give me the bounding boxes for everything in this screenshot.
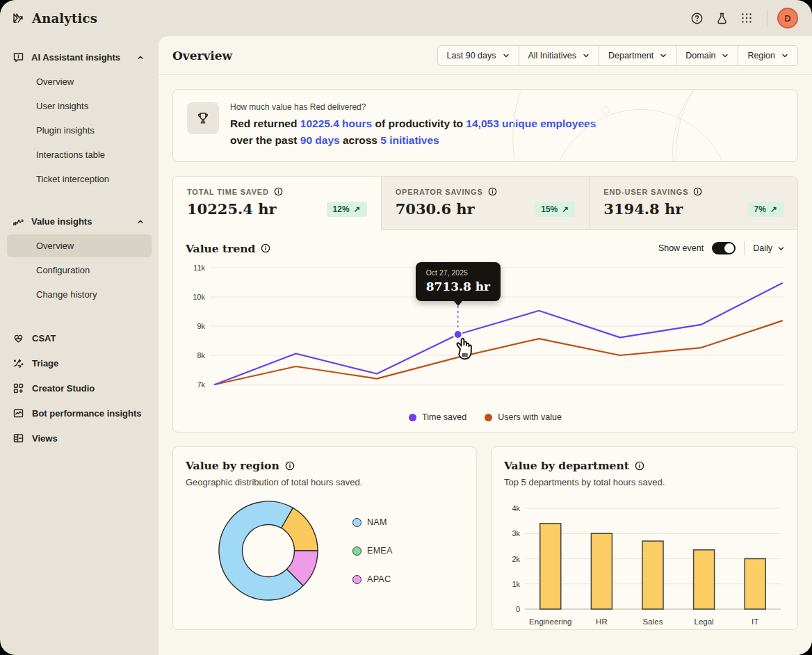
tooltip-date: Oct 27, 2025 [426,268,490,277]
sidebar-item-bot-performance-insights[interactable]: Bot performance insights [7,401,152,426]
sidebar-item-plugin-insights[interactable]: Plugin insights [7,119,152,142]
app-title: Analytics [32,11,97,26]
banner-link[interactable]: 5 initiatives [380,134,439,146]
filter-last-90-days[interactable]: Last 90 days [437,45,519,66]
grid-plus-icon [13,382,24,394]
app-window: Analytics D AI Assistant insightsOvervie… [0,0,812,655]
arrow-up-right-icon: ↗ [354,204,361,214]
info-icon[interactable] [285,461,295,471]
main-header: Overview Last 90 daysAll InitiativesDepa… [159,36,812,75]
sidebar-item-ticket-interception[interactable]: Ticket interception [7,168,152,191]
svg-text:1k: 1k [512,580,520,588]
heart-pulse-icon [13,332,24,344]
value-trend-section: Value trend Show event Daily [173,230,797,432]
banner-text-segment: across [340,134,381,146]
show-event-label: Show event [658,243,704,253]
interval-dropdown[interactable]: Daily [753,243,785,253]
info-icon[interactable] [261,243,270,253]
filter-domain[interactable]: Domain [676,45,738,66]
banner-link[interactable]: 14,053 unique employees [466,118,596,129]
banner-text: How much value has Red delivered? Red re… [230,102,619,149]
chevron-down-icon [583,52,590,59]
trend-badge: 12%↗ [327,202,367,217]
info-icon[interactable] [635,461,644,471]
main-panel: Overview Last 90 daysAll InitiativesDepa… [159,36,812,655]
sidebar-item-change-history[interactable]: Change history [7,283,152,306]
sidebar-item-creator-studio[interactable]: Creator Studio [7,376,152,401]
banner-link[interactable]: 90 days [300,134,340,146]
svg-text:0: 0 [516,605,520,613]
region-card-title: Value by region [186,459,279,472]
svg-text:7k: 7k [197,380,205,389]
banner-text-segment: of productivity to [372,118,466,129]
sidebar: AI Assistant insightsOverviewUser insigh… [0,36,159,655]
stat-tabs: TOTAL TIME SAVED10225.4 hr12%↗OPERATOR S… [173,177,797,230]
value-by-region-card: Value by region Geographic distribution … [172,446,477,630]
region-legend-item-nam: NAM [352,517,393,527]
avatar[interactable]: D [777,8,798,29]
help-icon[interactable] [686,8,707,29]
svg-text:4k: 4k [512,504,520,512]
legend-dot [409,414,416,421]
chart-tooltip: Oct 27, 2025 8713.8 hr [416,262,501,301]
value-by-department-card: Value by department Top 5 departments by… [491,446,798,630]
sidebar-item-csat[interactable]: CSAT [7,326,152,350]
stat-tab-total-time-saved[interactable]: TOTAL TIME SAVED10225.4 hr12%↗ [173,177,381,230]
chevron-down-icon [722,52,729,59]
legend-item-users-with-value[interactable]: Users with value [485,412,562,422]
filter-all-initiatives[interactable]: All Initiatives [519,45,599,66]
info-icon[interactable] [488,187,497,196]
sidebar-item-interactions-table[interactable]: Interactions table [7,143,152,166]
sidebar-item-overview[interactable]: Overview [7,70,152,93]
svg-text:11k: 11k [193,264,205,272]
svg-text:Legal: Legal [695,617,714,626]
stat-tab-end-user-savings[interactable]: END-USER SAVINGS3194.8 hr7%↗ [589,177,797,230]
split-arrows-icon [13,357,24,369]
trend-chart: 11k10k9k8k7k Oct 27, 2025 8713.8 hr [186,262,785,410]
chevron-down-icon [503,52,510,59]
chevron-down-icon [777,245,785,252]
controls-divider [744,241,745,255]
arrow-up-right-icon: ↗ [562,204,569,214]
value-trend-title: Value trend [186,242,255,255]
filter-department[interactable]: Department [599,45,676,66]
banner-link[interactable]: 10225.4 hours [300,118,372,129]
sidebar-item-configuration[interactable]: Configuration [7,259,152,282]
filter-bar: Last 90 daysAll InitiativesDepartmentDom… [437,45,798,66]
stat-tab-operator-savings[interactable]: OPERATOR SAVINGS7030.6 hr15%↗ [381,177,590,230]
sidebar-section-ai-assistant-insights[interactable]: AI Assistant insights [7,46,152,69]
analytics-logo-icon [11,11,25,25]
svg-text:9k: 9k [197,322,205,330]
legend-dot [352,575,362,584]
sidebar-item-triage[interactable]: Triage [7,351,152,375]
filter-region[interactable]: Region [738,45,798,66]
sidebar-section-value-insights[interactable]: Value insights [7,210,152,233]
sidebar-item-views[interactable]: Views [7,426,152,451]
svg-text:3k: 3k [512,529,520,537]
trend-badge: 7%↗ [748,202,783,217]
sidebar-item-user-insights[interactable]: User insights [7,95,152,118]
svg-text:Engineering: Engineering [529,617,571,626]
legend-item-time-saved[interactable]: Time saved [409,412,466,422]
chat-info-icon [13,51,24,63]
info-icon[interactable] [274,187,283,196]
banner-text-segment: Red returned [230,118,300,129]
flask-icon[interactable] [711,8,732,29]
page-title: Overview [172,49,232,63]
banner-question: How much value has Red delivered? [230,102,619,112]
bottom-cards: Value by region Geographic distribution … [172,446,798,630]
show-event-toggle[interactable] [712,242,736,254]
trend-legend: Time savedUsers with value [186,412,785,422]
svg-text:Sales: Sales [643,617,663,626]
stat-value: 7030.6 hr [396,200,475,218]
stat-value: 3194.8 hr [603,200,683,218]
chevron-down-icon [781,52,788,59]
sidebar-item-overview[interactable]: Overview [7,234,152,257]
legend-dot [352,518,362,527]
stat-value: 10225.4 hr [187,200,277,218]
legend-dot [485,414,492,421]
info-icon[interactable] [693,187,702,196]
apps-grid-icon[interactable] [736,8,757,29]
region-donut-chart [216,499,320,603]
department-card-title: Value by department [504,459,629,472]
